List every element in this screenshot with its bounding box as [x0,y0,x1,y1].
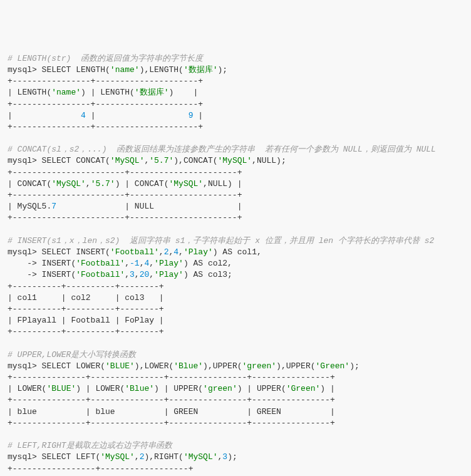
str: 'Football' [76,270,125,279]
table-sep: +----------------+---------------------+ [8,122,203,132]
table-sep: +-----------------+------------------+ [8,464,193,473]
table-sep: +---------------+---------------+-------… [8,418,335,428]
prompt: mysql> [8,247,42,257]
str: '数据库' [135,88,169,97]
str: 'name' [51,88,81,97]
table-sep: +----------+----------+--------+ [8,304,164,314]
str: 'Play' [154,270,184,279]
table-header: | col1 | col2 | col3 | [8,293,164,303]
num: 4 [144,259,149,268]
prompt: mysql> [8,65,42,75]
str: 'MySQL' [110,156,145,165]
str: 'Play' [184,247,213,257]
comment-insert: # INSERT(s1，x，len，s2) 返回字符串 s1，子字符串起始于 x… [8,236,434,246]
str: 'BLUE' [46,384,76,393]
table-sep: +---------------+---------------+-------… [8,373,335,382]
str: 'green' [242,361,277,371]
str: 'Blue' [125,384,154,393]
str: 'Blue' [173,361,203,371]
str: 'MySQL' [218,156,252,165]
str: 'green' [203,384,237,393]
table-sep: +----------------+---------------------+ [8,100,203,109]
str: 'MySQL' [168,179,203,189]
num: 4 [81,111,86,120]
num: 20 [140,270,150,279]
str: '数据库' [184,65,218,75]
prompt: mysql> [8,452,42,462]
str: 'Green' [286,384,321,393]
kw-select: SELECT [42,361,71,371]
num: 9 [189,111,194,120]
prompt: mysql> [8,361,42,371]
table-row: | blue | blue | GREEN | GREEN | [8,407,335,416]
kw-select: SELECT [42,452,71,462]
table-sep: +---------------+---------------+-------… [8,395,335,405]
prompt: mysql> [8,156,42,165]
str: '5.7' [149,156,173,165]
str: '5.7' [91,179,115,189]
num: 2 [140,452,145,462]
num: 3 [130,270,135,279]
str: 'name' [110,65,140,75]
kw-select: SELECT [42,65,71,75]
table-sep: +----------+----------+--------+ [8,282,164,291]
comment-upperlower: # UPPER,LOWER是大小写转换函数 [8,350,136,360]
table-row: | FPlayall | Football | FoPlay | [8,316,164,325]
comment-leftright: # LEFT,RIGHT是截取左边或右边字符串函数 [8,441,172,450]
num: 2 [164,247,169,257]
table-sep: +----------+----------+--------+ [8,327,164,336]
str: 'MySQL' [184,452,218,462]
table-sep: +----------------+---------------------+ [8,76,203,86]
str: 'Football' [110,247,159,257]
table-sep: +-----------------------+---------------… [8,213,242,222]
num: 4 [173,247,179,257]
table-sep: +-----------------------+---------------… [8,168,242,177]
kw-select: SELECT [42,156,71,165]
str: 'Green' [316,361,350,371]
comment-length: # LENGTH(str) 函数的返回值为字符串的字节长度 [8,54,203,63]
kw-select: SELECT [42,247,71,257]
str: 'BLUE' [105,361,135,371]
str: 'MySQL' [51,179,86,189]
table-sep: +-----------------------+---------------… [8,190,242,200]
comment-concat: # CONCAT(sl，s2，...) 函数返回结果为连接参数产生的字符串 若有… [8,145,436,154]
num: 3 [222,452,227,462]
str: 'MySQL' [100,452,135,462]
num: 7 [51,202,56,211]
str: 'Football' [76,259,125,268]
num: -1 [130,259,140,268]
str: 'Play' [154,259,184,268]
